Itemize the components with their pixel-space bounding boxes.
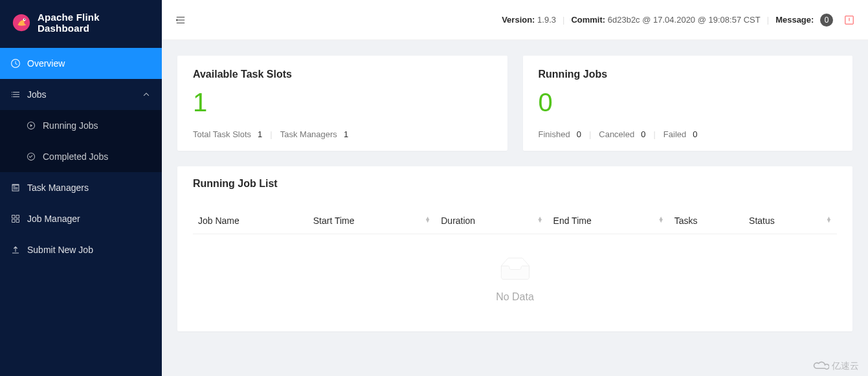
build-icon	[10, 214, 21, 224]
table-header-cell: Job Name	[193, 208, 308, 234]
separator: |	[589, 129, 591, 139]
alert-icon[interactable]	[843, 14, 855, 26]
column-label: Status	[749, 216, 775, 226]
play-circle-icon	[26, 120, 36, 131]
commit-info: Commit: 6d23b2c @ 17.04.2020 @ 19:08:57 …	[571, 15, 760, 25]
card-running-jobs: Running Jobs 0 Finished 0 | Canceled 0 |…	[523, 56, 853, 151]
nav-label: Overview	[27, 58, 65, 69]
flink-logo-icon	[12, 13, 31, 32]
nav-task-managers[interactable]: Task Managers	[0, 172, 162, 203]
sidebar: Apache Flink Dashboard Overview Jobs Run…	[0, 0, 162, 376]
stat-value: 0	[641, 129, 645, 139]
column-label: Job Name	[198, 216, 239, 226]
commit-label: Commit:	[571, 15, 605, 25]
stat-label: Failed	[663, 129, 686, 139]
stat-label: Canceled	[599, 129, 634, 139]
separator: |	[562, 15, 564, 25]
sort-icon[interactable]: ▲▼	[425, 216, 430, 222]
chevron-up-icon	[141, 89, 151, 100]
nav-completed-jobs[interactable]: Completed Jobs	[0, 141, 162, 172]
stat-value: 1	[258, 129, 262, 139]
job-table: Job NameStart Time▲▼Duration▲▼End Time▲▼…	[193, 208, 837, 234]
nav-submit-job[interactable]: Submit New Job	[0, 234, 162, 265]
nav-label: Task Managers	[27, 182, 89, 193]
stat-value: 0	[577, 129, 581, 139]
empty-text: No Data	[193, 291, 837, 303]
stat-label: Total Task Slots	[193, 129, 251, 139]
bars-icon	[10, 89, 21, 100]
nav-jobs[interactable]: Jobs	[0, 79, 162, 110]
commit-value: 6d23b2c @ 17.04.2020 @ 19:08:57 CST	[608, 15, 761, 25]
dashboard-icon	[10, 58, 21, 69]
nav-running-jobs[interactable]: Running Jobs	[0, 110, 162, 141]
table-header-cell: Tasks	[669, 208, 744, 234]
stat-label: Finished	[539, 129, 570, 139]
menu-fold-icon[interactable]	[175, 14, 186, 26]
column-label: End Time	[553, 216, 592, 226]
table-header-cell[interactable]: Duration▲▼	[436, 208, 548, 234]
nav-jobs-submenu: Running Jobs Completed Jobs	[0, 110, 162, 172]
version-info: Version: 1.9.3	[502, 15, 556, 25]
separator: |	[767, 15, 769, 25]
topbar: Version: 1.9.3 | Commit: 6d23b2c @ 17.04…	[162, 0, 868, 40]
stat-label: Task Managers	[280, 129, 337, 139]
column-label: Start Time	[313, 216, 355, 226]
check-circle-icon	[26, 151, 36, 162]
running-job-list-panel: Running Job List Job NameStart Time▲▼Dur…	[177, 166, 852, 331]
nav-sub-label: Completed Jobs	[43, 151, 108, 162]
sort-icon[interactable]: ▲▼	[826, 216, 832, 222]
empty-icon	[496, 258, 535, 283]
separator: |	[653, 129, 655, 139]
nav-label: Submit New Job	[27, 245, 93, 255]
table-header-row: Job NameStart Time▲▼Duration▲▼End Time▲▼…	[193, 208, 837, 234]
nav-overview[interactable]: Overview	[0, 48, 162, 79]
message-label: Message:	[775, 15, 814, 25]
content: Available Task Slots 1 Total Task Slots …	[162, 40, 868, 347]
nav-label: Jobs	[27, 89, 47, 100]
stat-value: 1	[344, 129, 348, 139]
nav-menu: Overview Jobs Running Jobs Comple	[0, 48, 162, 265]
app-title: Apache Flink Dashboard	[38, 12, 151, 34]
sort-icon[interactable]: ▲▼	[537, 216, 543, 222]
nav-label: Job Manager	[27, 214, 80, 224]
card-value: 1	[193, 87, 492, 118]
column-label: Duration	[441, 216, 475, 226]
card-value: 0	[539, 87, 838, 118]
message-count-badge[interactable]: 0	[820, 14, 833, 27]
panel-title: Running Job List	[193, 178, 837, 190]
card-stats: Finished 0 | Canceled 0 | Failed 0	[539, 129, 838, 139]
table-header-cell[interactable]: End Time▲▼	[548, 208, 669, 234]
card-stats: Total Task Slots 1 | Task Managers 1	[193, 129, 492, 139]
schedule-icon	[10, 182, 21, 193]
version-value: 1.9.3	[537, 15, 556, 25]
svg-point-2	[24, 19, 25, 20]
sort-icon[interactable]: ▲▼	[658, 216, 664, 222]
card-title: Running Jobs	[539, 69, 838, 80]
upload-icon	[10, 245, 21, 255]
nav-job-manager[interactable]: Job Manager	[0, 203, 162, 234]
column-label: Tasks	[674, 216, 698, 226]
card-title: Available Task Slots	[193, 69, 492, 80]
message-info: Message: 0	[775, 14, 833, 27]
stat-value: 0	[693, 129, 697, 139]
empty-state: No Data	[193, 234, 837, 308]
summary-cards: Available Task Slots 1 Total Task Slots …	[177, 56, 852, 151]
separator: |	[270, 129, 272, 139]
nav-sub-label: Running Jobs	[43, 120, 98, 131]
version-label: Version:	[502, 15, 535, 25]
table-header-cell[interactable]: Status▲▼	[744, 208, 837, 234]
logo-area: Apache Flink Dashboard	[0, 0, 162, 48]
main-area: Version: 1.9.3 | Commit: 6d23b2c @ 17.04…	[162, 0, 868, 376]
table-header-cell[interactable]: Start Time▲▼	[308, 208, 436, 234]
card-task-slots: Available Task Slots 1 Total Task Slots …	[177, 56, 507, 151]
